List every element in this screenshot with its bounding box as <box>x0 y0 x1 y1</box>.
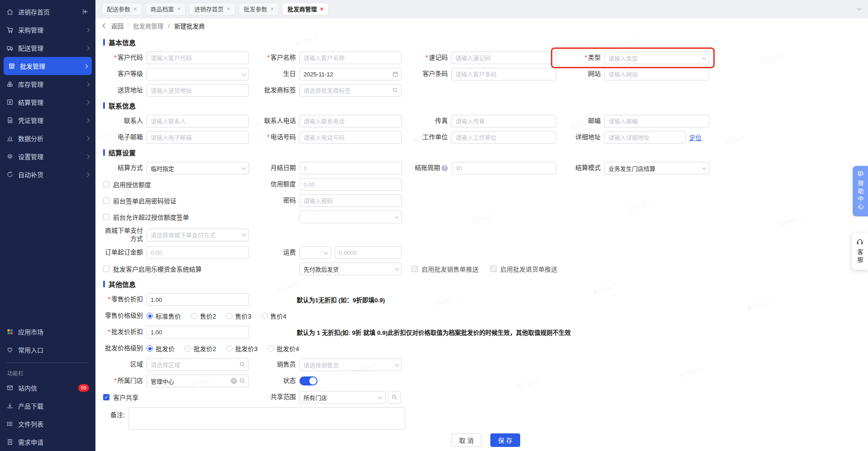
status-toggle[interactable] <box>299 376 318 385</box>
locate-link[interactable]: 定位 <box>689 133 702 142</box>
share-scope-search-button[interactable] <box>388 391 401 404</box>
tab-product-archive[interactable]: 商品档案 × <box>146 3 186 15</box>
tab-home[interactable]: 进销存首页 × <box>189 3 235 15</box>
freight-type-select[interactable] <box>299 246 331 259</box>
share-scope-select[interactable]: 所有门店 <box>299 391 385 404</box>
sidebar-item-delivery[interactable]: 配送管理 <box>0 39 95 57</box>
close-icon[interactable]: × <box>177 5 181 12</box>
back-link[interactable]: 返回 <box>111 21 123 30</box>
contact-phone-input[interactable] <box>299 115 402 127</box>
radio-option[interactable]: 批发价 <box>147 344 175 353</box>
sidebar-item-wholesale[interactable]: 批发管理 <box>4 57 92 75</box>
salesman-select[interactable]: 请选择销售员 <box>299 358 402 371</box>
search-icon[interactable] <box>239 362 246 368</box>
close-icon[interactable]: × <box>320 5 323 12</box>
email-input[interactable] <box>147 131 249 144</box>
customer-code-input[interactable] <box>147 52 249 64</box>
search-icon[interactable] <box>392 87 398 94</box>
radio-icon[interactable] <box>226 345 232 352</box>
chevron-left-icon[interactable] <box>102 23 107 28</box>
radio-selected-icon[interactable] <box>147 345 153 352</box>
pay-mode-select[interactable]: 先付款后发货 <box>299 263 402 275</box>
radio-icon[interactable] <box>185 345 191 352</box>
remark-textarea[interactable] <box>128 407 405 430</box>
wholesaler-tag-input[interactable] <box>299 84 402 97</box>
radio-selected-icon[interactable] <box>147 313 153 319</box>
sidebar-item-home[interactable]: 进销存首页 <box>0 3 95 21</box>
credit-enable-checkbox[interactable] <box>103 181 109 188</box>
fax-input[interactable] <box>451 115 556 127</box>
save-button[interactable]: 保 存 <box>490 433 520 447</box>
radio-option[interactable]: 批发价2 <box>185 344 216 353</box>
freight-amount-input[interactable] <box>335 246 402 259</box>
sidebar-item-app-market[interactable]: 应用市场 <box>0 323 95 341</box>
over-credit-select[interactable] <box>299 211 402 223</box>
password-input[interactable] <box>299 194 402 207</box>
sidebar-item-analytics[interactable]: 数据分析 <box>0 129 95 147</box>
min-order-input[interactable] <box>147 246 249 259</box>
customer-service-button[interactable]: 客服 <box>852 233 868 270</box>
contact-person-input[interactable] <box>147 115 249 127</box>
over-credit-checkbox[interactable] <box>103 214 109 220</box>
push-sale-checkbox[interactable] <box>412 266 418 272</box>
sidebar-item-inventory[interactable]: 库存管理 <box>0 75 95 93</box>
tab-wholesale-params[interactable]: 批发参数 × <box>239 3 279 15</box>
radio-icon[interactable] <box>261 313 268 319</box>
sidebar-item-request[interactable]: 需求申请 <box>0 433 95 451</box>
collapse-sidebar-icon[interactable] <box>82 8 89 15</box>
phone-number-input[interactable] <box>299 131 402 144</box>
info-icon[interactable]: ? <box>441 165 448 171</box>
settle-mode-select[interactable]: 业务发生门店结算 <box>604 162 709 174</box>
sidebar-item-voucher[interactable]: 凭证管理 <box>0 111 95 129</box>
zipcode-input[interactable] <box>604 115 709 127</box>
tab-wholesaler-management[interactable]: 批发商管理 × <box>282 3 328 15</box>
retail-discount-input[interactable] <box>147 293 249 306</box>
calendar-icon[interactable] <box>392 71 398 77</box>
settle-method-select[interactable]: 临时指定 <box>147 162 249 174</box>
share-checkbox[interactable]: ✓ <box>103 394 109 400</box>
sidebar-item-settings[interactable]: 设置管理 <box>0 147 95 165</box>
radio-icon[interactable] <box>226 313 232 319</box>
close-icon[interactable]: × <box>227 5 230 12</box>
radio-icon[interactable] <box>191 313 197 319</box>
close-icon[interactable]: × <box>270 5 274 12</box>
detail-address-input[interactable] <box>604 131 686 144</box>
monthly-date-input[interactable] <box>299 162 402 174</box>
sidebar-item-file-list[interactable]: 文件列表 <box>0 415 95 433</box>
sidebar-item-product-download[interactable]: 产品下载 <box>0 397 95 415</box>
radio-option[interactable]: 批发价3 <box>226 344 258 353</box>
radio-icon[interactable] <box>268 345 274 352</box>
sidebar-item-auto-replenish[interactable]: 自动补货 <box>0 165 95 183</box>
sidebar-item-settlement[interactable]: 结算管理 <box>0 93 95 111</box>
radio-option[interactable]: 批发价4 <box>268 344 299 353</box>
settle-cycle-input[interactable] <box>451 162 556 174</box>
mall-pay-select[interactable]: 请选择商城下单支付方式 <box>147 229 249 241</box>
type-select[interactable]: 请输入类型 <box>604 52 709 64</box>
radio-option[interactable]: 售价2 <box>191 311 216 320</box>
mnemonic-input[interactable] <box>451 52 556 64</box>
radio-option[interactable]: 售价4 <box>261 311 287 320</box>
tab-delivery-params[interactable]: 配送参数 × <box>102 3 142 15</box>
sidebar-item-inbox[interactable]: 站内信 59 <box>0 379 95 397</box>
customer-level-select[interactable] <box>147 68 249 80</box>
cancel-button[interactable]: 取 消 <box>451 433 481 447</box>
clear-icon[interactable]: × <box>231 378 237 384</box>
pwd-verify-checkbox[interactable] <box>103 197 109 204</box>
radio-option[interactable]: 标准售价 <box>147 311 181 320</box>
lemon-settle-checkbox[interactable] <box>103 266 109 272</box>
delivery-address-input[interactable] <box>147 84 249 97</box>
customer-name-input[interactable] <box>299 52 402 64</box>
help-center-tab[interactable]: 帮助中心 <box>853 166 868 216</box>
radio-option[interactable]: 售价3 <box>226 311 251 320</box>
sidebar-item-favorites[interactable]: 常用入口 <box>0 341 95 359</box>
workplace-input[interactable] <box>451 131 556 144</box>
website-input[interactable] <box>604 68 709 80</box>
tab-overflow-button[interactable] <box>851 3 863 15</box>
search-icon[interactable] <box>239 378 246 384</box>
sidebar-item-purchase[interactable]: 采购管理 <box>0 21 95 39</box>
close-icon[interactable]: × <box>133 5 137 12</box>
birthday-input[interactable] <box>299 68 402 80</box>
region-input[interactable] <box>147 358 249 371</box>
wholesale-discount-input[interactable] <box>147 326 249 338</box>
push-return-checkbox[interactable] <box>490 266 497 272</box>
